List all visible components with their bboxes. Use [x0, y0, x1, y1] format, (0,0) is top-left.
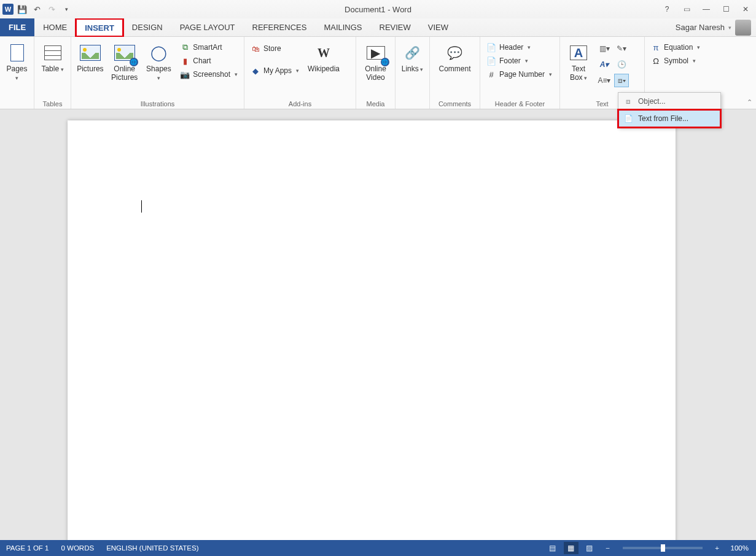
my-apps-button[interactable]: ◆My Apps [248, 65, 302, 76]
print-layout-icon[interactable]: ▦ [564, 542, 579, 554]
links-label: Links [402, 65, 424, 74]
equation-icon: π [651, 42, 661, 52]
table-label: Table [41, 65, 63, 74]
header-button[interactable]: 📄Header [484, 42, 555, 53]
title-bar: W 💾 ↶ ↷ ▾ Document1 - Word ? ▭ — ☐ ✕ [0, 0, 756, 18]
object-dropdown-menu: ⧈ Object... 📄 Text from File... [618, 92, 721, 128]
page-number-button[interactable]: #Page Number [484, 69, 555, 80]
undo-icon[interactable]: ↶ [31, 3, 43, 15]
online-pictures-icon: 🌐 [114, 42, 136, 64]
equation-label: Equation [664, 43, 693, 52]
tab-view[interactable]: VIEW [419, 18, 457, 36]
my-apps-label: My Apps [263, 66, 292, 75]
smartart-icon: ⧉ [180, 42, 190, 52]
store-icon: 🛍 [251, 44, 260, 53]
screenshot-button[interactable]: 📷Screenshot [177, 69, 240, 80]
word-app-icon: W [2, 4, 14, 15]
status-words[interactable]: 0 WORDS [55, 544, 100, 552]
redo-icon[interactable]: ↷ [45, 3, 58, 15]
close-icon[interactable]: ✕ [738, 3, 754, 15]
menu-item-text-from-file[interactable]: 📄 Text from File... [618, 110, 720, 127]
maximize-icon[interactable]: ☐ [718, 3, 734, 15]
tab-insert[interactable]: INSERT [76, 18, 123, 37]
group-tables-label: Tables [38, 98, 67, 108]
document-page[interactable] [68, 120, 676, 540]
group-media-label: Media [360, 98, 391, 108]
pages-label: Pages [5, 65, 29, 82]
zoom-slider[interactable] [623, 547, 703, 549]
text-cursor [141, 200, 142, 213]
tab-home[interactable]: HOME [34, 18, 76, 36]
symbol-button[interactable]: ΩSymbol [649, 55, 703, 66]
tab-design[interactable]: DESIGN [123, 18, 171, 36]
tab-page-layout[interactable]: PAGE LAYOUT [171, 18, 244, 36]
tab-file[interactable]: FILE [0, 18, 34, 36]
online-video-label: Online Video [361, 65, 390, 82]
page-number-label: Page Number [499, 70, 545, 79]
comment-icon: 💬 [444, 42, 466, 64]
shapes-button[interactable]: ◯ Shapes [144, 39, 174, 85]
pages-icon [6, 42, 28, 64]
header-label: Header [499, 43, 523, 52]
tab-mailings[interactable]: MAILINGS [315, 18, 370, 36]
ribbon-display-icon[interactable]: ▭ [679, 3, 695, 15]
pages-button[interactable]: Pages [4, 39, 30, 85]
ribbon-tabs: FILE HOME INSERT DESIGN PAGE LAYOUT REFE… [0, 18, 756, 37]
menu-item-text-from-file-label: Text from File... [638, 114, 688, 123]
footer-icon: 📄 [486, 56, 496, 66]
object-button[interactable]: ⧈▾ [614, 74, 629, 87]
qat-customize-icon[interactable]: ▾ [60, 3, 72, 15]
comment-label: Comment [438, 65, 470, 74]
menu-item-object-label: Object... [638, 97, 666, 106]
status-page[interactable]: PAGE 1 OF 1 [0, 544, 55, 552]
shapes-icon: ◯ [147, 42, 170, 64]
wikipedia-button[interactable]: W Wikipedia [305, 39, 342, 76]
zoom-slider-thumb[interactable] [661, 544, 665, 552]
online-pictures-button[interactable]: 🌐 Online Pictures [109, 39, 140, 85]
chart-button[interactable]: ▮Chart [177, 55, 240, 66]
smartart-button[interactable]: ⧉SmartArt [177, 42, 240, 53]
document-title: Document1 - Word [345, 5, 411, 14]
user-avatar[interactable] [735, 20, 751, 36]
tab-references[interactable]: REFERENCES [244, 18, 316, 36]
wikipedia-icon: W [313, 42, 335, 64]
collapse-ribbon-icon[interactable]: ⌃ [747, 98, 752, 106]
links-button[interactable]: 🔗 Links [399, 39, 426, 76]
read-mode-icon[interactable]: ▤ [545, 542, 560, 554]
pictures-button[interactable]: Pictures [75, 39, 106, 76]
user-name[interactable]: Sagar Naresh [676, 23, 725, 32]
table-button[interactable]: Table [38, 39, 67, 76]
quick-parts-button[interactable]: ▥▾ [597, 42, 612, 55]
group-addins-label: Add-ins [248, 98, 352, 108]
signature-line-button[interactable]: ✎▾ [614, 42, 629, 55]
web-layout-icon[interactable]: ▨ [582, 542, 597, 554]
comment-button[interactable]: 💬 Comment [434, 39, 476, 76]
group-comments-label: Comments [434, 98, 476, 108]
wordart-button[interactable]: A▾ [597, 58, 612, 71]
links-icon: 🔗 [402, 42, 424, 64]
zoom-in-icon[interactable]: + [710, 542, 725, 554]
document-area[interactable] [0, 109, 756, 540]
zoom-out-icon[interactable]: − [601, 542, 615, 554]
tab-review[interactable]: REVIEW [371, 18, 419, 36]
user-dropdown-icon[interactable]: ▾ [728, 25, 731, 31]
online-video-button[interactable]: ▶🌐 Online Video [360, 39, 391, 85]
zoom-level[interactable]: 100% [728, 544, 751, 552]
date-time-button[interactable]: 🕒 [614, 58, 629, 71]
screenshot-label: Screenshot [193, 70, 230, 79]
help-icon[interactable]: ? [659, 3, 675, 15]
pictures-icon [79, 42, 101, 64]
text-box-icon: A [567, 42, 590, 64]
status-language[interactable]: ENGLISH (UNITED STATES) [100, 544, 205, 552]
store-button[interactable]: 🛍Store [248, 43, 302, 54]
drop-cap-button[interactable]: A≡▾ [597, 74, 612, 87]
text-box-label: Text Box [565, 65, 592, 82]
smartart-label: SmartArt [193, 43, 222, 52]
minimize-icon[interactable]: — [698, 3, 714, 15]
store-label: Store [263, 44, 281, 53]
footer-button[interactable]: 📄Footer [484, 55, 555, 66]
equation-button[interactable]: πEquation [649, 42, 703, 53]
text-box-button[interactable]: A Text Box [564, 39, 593, 85]
save-icon[interactable]: 💾 [16, 3, 28, 15]
menu-item-object[interactable]: ⧈ Object... [618, 93, 720, 110]
